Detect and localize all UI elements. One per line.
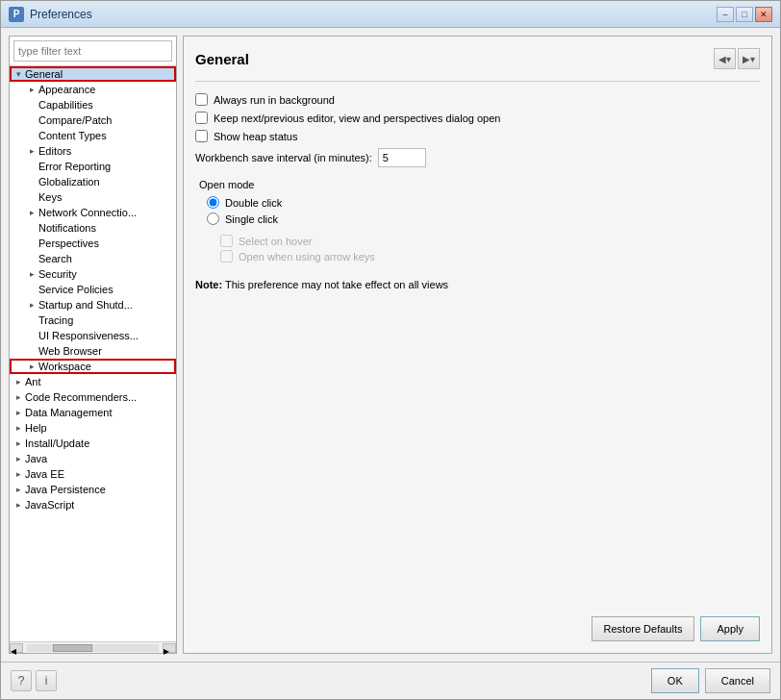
tree-item-javascript[interactable]: JavaScript [10,497,176,512]
tree-label-editors: Editors [38,145,71,157]
expand-arrow-data-management[interactable] [12,406,25,419]
window-icon: P [9,7,24,22]
expand-arrow-install-update[interactable] [12,437,25,450]
bottom-right-buttons: OK Cancel [651,668,770,693]
hscroll-left-btn[interactable]: ◂ [10,643,23,653]
help-icon-button[interactable]: ? [11,670,32,691]
nav-forward-button[interactable]: ▶ ▾ [738,48,760,69]
tree-item-service-policies[interactable]: Service Policies [10,282,176,297]
restore-defaults-button[interactable]: Restore Defaults [592,616,695,641]
nav-forward-dropdown-icon: ▾ [750,54,755,64]
expand-arrow-appearance[interactable] [25,83,38,96]
checkbox-show-heap[interactable] [195,130,208,142]
tree-item-security[interactable]: Security [10,266,176,282]
sub-option-row-select-hover: Select on hover [220,235,760,247]
radio-single-click[interactable] [207,212,219,225]
arrow-keys [25,190,38,204]
tree-item-search[interactable]: Search [10,251,176,266]
hscroll-thumb[interactable] [53,644,92,652]
expand-arrow-java-persistence[interactable] [12,483,25,496]
tree-hscroll[interactable]: ◂ ▸ [10,641,176,653]
maximize-button[interactable]: □ [736,7,753,22]
tree-label-error-reporting: Error Reporting [38,161,111,172]
tree-item-ui-responsiveness[interactable]: UI Responsiveness... [10,328,176,343]
tree-item-help[interactable]: Help [10,420,176,436]
tree-item-install-update[interactable]: Install/Update [10,436,176,451]
window-icon-letter: P [13,9,20,19]
arrow-notifications [25,221,38,235]
expand-arrow-general[interactable] [12,67,25,81]
hscroll-track[interactable] [27,644,159,652]
tree-item-data-management[interactable]: Data Management [10,405,176,420]
expand-arrow-editors[interactable] [25,144,38,158]
sub-options-single-click: Select on hover Open when using arrow ke… [195,235,760,265]
expand-arrow-javascript[interactable] [12,498,25,512]
tree-item-code-recommenders[interactable]: Code Recommenders... [10,389,176,405]
expand-arrow-ant[interactable] [12,375,25,388]
tree-item-general[interactable]: General [10,66,176,82]
arrow-web-browser [25,344,38,358]
tree-label-notifications: Notifications [38,222,96,234]
tree-item-capabilities[interactable]: Capabilities [10,97,176,112]
nav-back-button[interactable]: ◀ ▾ [714,48,736,69]
sub-option-row-open-arrow: Open when using arrow keys [220,250,760,262]
tree-item-workspace[interactable]: Workspace [10,359,176,374]
minimize-button[interactable]: – [717,7,734,22]
tree-item-appearance[interactable]: Appearance [10,82,176,97]
main-content: General Appearance Capabilities Compare/… [1,28,780,662]
filter-input[interactable] [13,40,172,62]
workbench-save-interval-input[interactable] [378,148,426,167]
apply-button[interactable]: Apply [700,616,760,641]
expand-arrow-workspace[interactable] [25,360,38,373]
info-icon: i [45,674,48,688]
note-bold-label: Note: [195,279,222,290]
tree-item-notifications[interactable]: Notifications [10,220,176,236]
ok-button[interactable]: OK [651,668,699,693]
tree-label-tracing: Tracing [38,314,73,326]
tree-label-globalization: Globalization [38,176,100,188]
checkbox-keep-next-prev[interactable] [195,112,208,124]
arrow-content-types [25,129,38,142]
tree-item-ant[interactable]: Ant [10,374,176,389]
tree-item-web-browser[interactable]: Web Browser [10,343,176,359]
expand-arrow-java-ee[interactable] [12,467,25,481]
expand-arrow-startup[interactable] [25,298,38,312]
tree-item-compare-patch[interactable]: Compare/Patch [10,112,176,128]
close-button[interactable]: ✕ [755,7,772,22]
tree-item-error-reporting[interactable]: Error Reporting [10,159,176,174]
expand-arrow-code-recommenders[interactable] [12,390,25,404]
info-icon-button[interactable]: i [36,670,57,691]
tree-item-java[interactable]: Java [10,451,176,466]
tree-label-java-persistence: Java Persistence [25,484,106,495]
tree-item-keys[interactable]: Keys [10,189,176,205]
tree-item-tracing[interactable]: Tracing [10,312,176,328]
expand-arrow-java[interactable] [12,452,25,465]
tree-item-perspectives[interactable]: Perspectives [10,236,176,251]
note-content: This preference may not take effect on a… [222,279,448,290]
tree-item-content-types[interactable]: Content Types [10,128,176,143]
label-show-heap: Show heap status [214,131,297,142]
radio-double-click[interactable] [207,196,219,209]
hscroll-right-btn[interactable]: ▸ [163,643,176,653]
left-panel: General Appearance Capabilities Compare/… [9,36,177,654]
tree-item-startup[interactable]: Startup and Shutd... [10,297,176,312]
tree-item-java-ee[interactable]: Java EE [10,466,176,482]
cancel-button[interactable]: Cancel [705,668,770,693]
checkbox-open-arrow[interactable] [220,250,233,262]
right-panel-header: General ◀ ▾ ▶ ▾ [195,48,760,69]
tree-item-java-persistence[interactable]: Java Persistence [10,482,176,497]
tree-item-network-connections[interactable]: Network Connectio... [10,205,176,220]
arrow-compare-patch [25,113,38,127]
expand-arrow-network[interactable] [25,206,38,219]
tree-item-globalization[interactable]: Globalization [10,174,176,189]
tree-label-java: Java [25,453,47,464]
tree-label-javascript: JavaScript [25,499,74,511]
tree-label-install-update: Install/Update [25,438,89,449]
expand-arrow-security[interactable] [25,267,38,281]
filter-container [10,37,176,66]
checkbox-always-run[interactable] [195,93,208,106]
checkbox-select-hover[interactable] [220,235,233,247]
label-open-arrow: Open when using arrow keys [239,251,375,262]
expand-arrow-help[interactable] [12,421,25,435]
tree-item-editors[interactable]: Editors [10,143,176,159]
